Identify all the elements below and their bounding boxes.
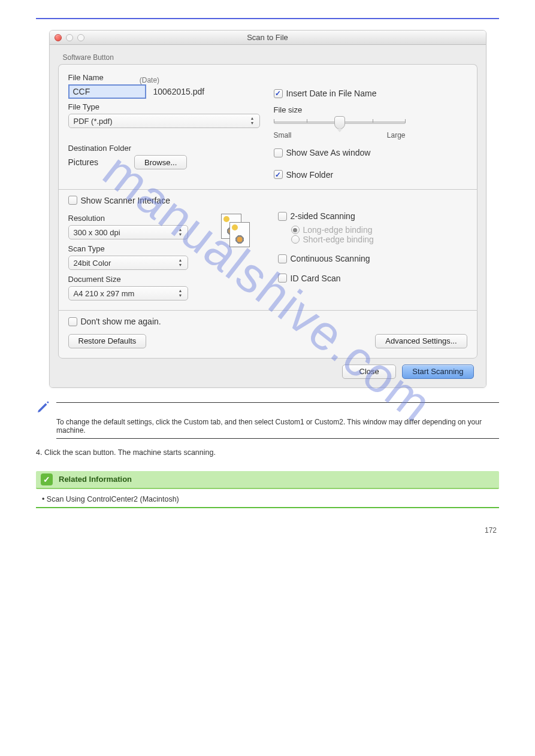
browse-button[interactable]: Browse... — [134, 155, 187, 169]
divider — [56, 438, 499, 439]
section-label: Software Button — [63, 53, 477, 62]
scantype-value: 24bit Color — [74, 259, 111, 268]
divider — [56, 402, 499, 403]
id-card-scan-checkbox[interactable]: ID Card Scan — [278, 274, 341, 283]
docsize-value: A4 210 x 297 mm — [74, 289, 135, 298]
show-save-as-checkbox[interactable]: Show Save As window — [274, 148, 371, 157]
scan-dialog: Scan to File Software Button File Name (… — [49, 30, 486, 388]
titlebar: Scan to File — [50, 31, 486, 45]
filetype-value: PDF (*.pdf) — [74, 117, 113, 126]
short-edge-radio: Short-edge binding — [291, 235, 374, 244]
filesize-max: Large — [387, 131, 406, 139]
scan-settings-group: Show Scanner Interface Resolution 300 x … — [58, 189, 477, 311]
two-sided-checkbox[interactable]: 2-sided Scanning — [278, 211, 355, 221]
resolution-label: Resolution — [68, 214, 206, 223]
chevron-updown-icon — [179, 227, 183, 237]
filesize-min: Small — [274, 131, 292, 139]
destination-label: Destination Folder — [68, 144, 262, 153]
filename-input[interactable] — [68, 84, 146, 99]
related-info-link[interactable]: • Scan Using ControlCenter2 (Macintosh) — [42, 495, 499, 503]
docsize-label: Document Size — [68, 275, 206, 284]
pencil-icon — [36, 400, 50, 414]
filetype-label: File Type — [68, 102, 262, 111]
checkbox-icon — [278, 254, 287, 263]
check-icon: ✓ — [41, 473, 53, 485]
id-card-scan-label: ID Card Scan — [291, 274, 341, 283]
restore-defaults-button[interactable]: Restore Defaults — [68, 334, 147, 348]
show-scanner-interface-label: Show Scanner Interface — [81, 196, 170, 205]
checkbox-icon — [278, 274, 287, 283]
destination-value: Pictures — [68, 157, 99, 167]
page-top-rule — [36, 18, 499, 19]
checkbox-icon — [274, 148, 283, 157]
checkbox-icon — [274, 170, 283, 179]
filesize-label: File size — [274, 105, 467, 114]
note-text: To change the default settings, click th… — [56, 418, 499, 435]
dialog-bottom-group: Don't show me again. Restore Defaults Ad… — [58, 310, 477, 359]
show-folder-checkbox[interactable]: Show Folder — [274, 170, 334, 180]
filesize-slider[interactable] — [274, 117, 406, 127]
advanced-settings-button[interactable]: Advanced Settings... — [375, 334, 467, 348]
chevron-updown-icon — [250, 116, 255, 126]
dialog-footer: Close Start Scanning — [58, 359, 477, 379]
resolution-select[interactable]: 300 x 300 dpi — [68, 225, 188, 239]
step-text: 4. Click the scan button. The machine st… — [36, 447, 499, 458]
close-button[interactable]: Close — [342, 365, 396, 379]
docsize-select[interactable]: A4 210 x 297 mm — [68, 286, 188, 300]
continuous-scanning-label: Continuous Scanning — [291, 254, 370, 263]
show-folder-label: Show Folder — [286, 170, 334, 180]
filename-label: File Name — [68, 73, 104, 82]
filetype-select[interactable]: PDF (*.pdf) — [68, 114, 260, 128]
dont-show-again-checkbox[interactable]: Don't show me again. — [68, 317, 161, 326]
chevron-updown-icon — [179, 258, 183, 268]
insert-date-label: Insert Date in File Name — [286, 89, 377, 98]
show-scanner-interface-checkbox[interactable]: Show Scanner Interface — [68, 196, 170, 205]
preview-thumbnails-icon — [221, 214, 251, 250]
checkbox-icon — [274, 89, 283, 98]
dialog-title: Scan to File — [50, 33, 486, 42]
show-save-as-label: Show Save As window — [286, 148, 371, 157]
checkbox-icon — [278, 212, 287, 221]
two-sided-label: 2-sided Scanning — [291, 211, 355, 221]
date-label: (Date) — [140, 76, 159, 84]
radio-icon — [291, 235, 300, 244]
scantype-label: Scan Type — [68, 244, 206, 253]
insert-date-checkbox[interactable]: Insert Date in File Name — [274, 89, 377, 98]
divider — [36, 507, 499, 508]
chevron-updown-icon — [179, 289, 183, 298]
filename-preview: 10062015.pdf — [153, 87, 205, 96]
checkbox-icon — [68, 317, 77, 326]
checkbox-icon — [68, 196, 77, 205]
long-edge-label: Long-edge binding — [303, 225, 373, 235]
dont-show-again-label: Don't show me again. — [81, 317, 161, 326]
radio-icon — [291, 226, 300, 234]
scantype-select[interactable]: 24bit Color — [68, 256, 188, 270]
long-edge-radio: Long-edge binding — [291, 225, 373, 235]
start-scanning-button[interactable]: Start Scanning — [402, 365, 473, 379]
page-number: 172 — [36, 526, 499, 535]
note-block: To change the default settings, click th… — [36, 402, 499, 439]
slider-knob-icon[interactable] — [334, 116, 345, 129]
continuous-scanning-checkbox[interactable]: Continuous Scanning — [278, 254, 370, 263]
short-edge-label: Short-edge binding — [303, 235, 374, 244]
related-info-title: Related Information — [59, 475, 132, 484]
file-settings-group: File Name (Date) 10062015.pdf File Type … — [58, 64, 477, 189]
related-info-bar: ✓ Related Information — [36, 471, 499, 489]
resolution-value: 300 x 300 dpi — [74, 228, 120, 237]
